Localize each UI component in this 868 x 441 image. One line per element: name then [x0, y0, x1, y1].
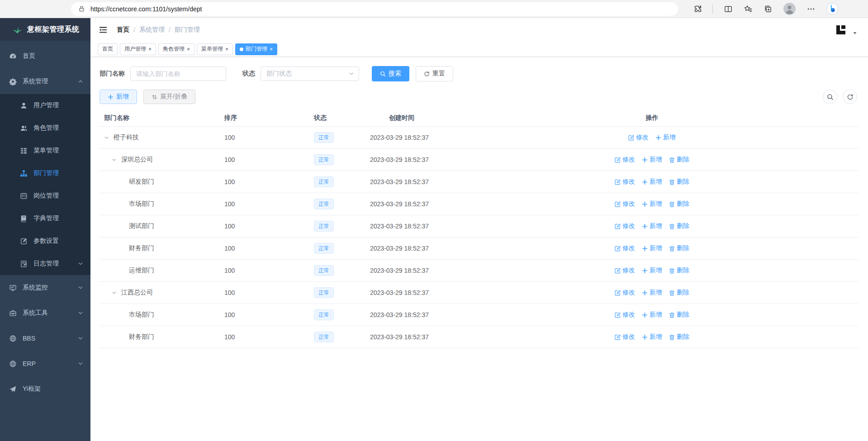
op-link[interactable]: 修改	[615, 289, 635, 297]
book-icon	[20, 215, 28, 223]
op-link[interactable]: 新增	[642, 333, 662, 341]
op-link[interactable]: 修改	[615, 178, 635, 186]
status-label: 状态	[242, 70, 255, 78]
dept-name: 橙子科技	[114, 133, 139, 142]
chevron-down-icon[interactable]	[104, 135, 109, 140]
sidebar-item[interactable]: 菜单管理	[0, 139, 90, 162]
op-link[interactable]: 删除	[669, 178, 689, 186]
close-icon[interactable]: ×	[148, 47, 152, 52]
collections-icon[interactable]	[764, 5, 773, 14]
created-cell: 2023-03-29 18:52:37	[367, 156, 508, 163]
sidebar-item[interactable]: 首页	[0, 43, 90, 69]
extensions-icon[interactable]	[693, 5, 702, 14]
sort-cell: 100	[222, 311, 311, 318]
op-link[interactable]: 新增	[642, 200, 662, 208]
fold-menu-icon[interactable]	[99, 25, 108, 34]
status-select[interactable]: 部门状态	[261, 66, 359, 81]
op-link[interactable]: 新增	[655, 133, 676, 142]
more-icon[interactable]	[806, 5, 816, 14]
op-link[interactable]: 修改	[615, 311, 635, 319]
col-header-created: 创建时间	[367, 114, 508, 122]
sidebar-item[interactable]: 部门管理	[0, 162, 90, 185]
sidebar-item[interactable]: 角色管理	[0, 117, 90, 139]
browser-toolbar	[693, 3, 839, 15]
profile-icon[interactable]	[783, 3, 796, 15]
sidebar-item[interactable]: 系统管理	[0, 69, 90, 94]
breadcrumb-separator: /	[169, 26, 171, 33]
tree-indent	[119, 179, 129, 185]
op-link[interactable]: 新增	[642, 311, 662, 319]
sidebar-item[interactable]: 用户管理	[0, 94, 90, 117]
reset-button[interactable]: 重置	[416, 66, 453, 81]
op-link[interactable]: 删除	[669, 156, 689, 164]
breadcrumb-item[interactable]: 部门管理	[175, 26, 200, 34]
sidebar-item[interactable]: BBS	[0, 326, 90, 351]
sidebar-item[interactable]: 系统监控	[0, 275, 90, 300]
op-link[interactable]: 新增	[642, 178, 662, 186]
split-screen-icon[interactable]	[724, 5, 733, 14]
close-icon[interactable]: ×	[270, 47, 273, 52]
plus-icon	[108, 94, 114, 100]
op-link[interactable]: 删除	[669, 266, 689, 275]
sidebar-item[interactable]: 字典管理	[0, 207, 90, 230]
op-link[interactable]: 修改	[615, 156, 635, 164]
close-icon[interactable]: ×	[187, 47, 190, 52]
url-text[interactable]: https://ccnetcore.com:1101/system/dept	[90, 5, 617, 13]
sidebar-item[interactable]: 日志管理	[0, 252, 90, 275]
tab-label: 首页	[102, 45, 113, 53]
caret-down-icon[interactable]	[853, 31, 857, 35]
expand-collapse-button[interactable]: 展开/折叠	[143, 90, 195, 104]
paper-plane-icon	[9, 385, 17, 393]
dept-name-cell: 橙子科技	[100, 133, 222, 142]
dept-table: 部门名称 排序 状态 创建时间 操作 橙子科技 100 正常	[100, 109, 859, 348]
op-link[interactable]: 新增	[642, 266, 662, 275]
breadcrumb-item[interactable]: 系统管理	[139, 26, 165, 34]
chevron-down-icon[interactable]	[112, 290, 117, 295]
view-tab[interactable]: 菜单管理 ×	[197, 43, 233, 55]
op-link[interactable]: 删除	[669, 333, 689, 341]
sidebar-item[interactable]: 系统工具	[0, 300, 90, 326]
op-link[interactable]: 删除	[669, 244, 689, 252]
add-button[interactable]: 新增	[100, 90, 137, 104]
view-tab[interactable]: 用户管理 ×	[120, 43, 156, 55]
view-tab[interactable]: 部门管理 ×	[235, 43, 277, 55]
breadcrumb-item[interactable]: 首页	[117, 26, 129, 34]
lock-icon[interactable]	[78, 5, 85, 12]
op-link[interactable]: 修改	[615, 266, 635, 275]
op-link[interactable]: 新增	[642, 244, 662, 252]
copilot-icon[interactable]	[826, 3, 839, 15]
op-link[interactable]: 修改	[615, 333, 635, 341]
op-link[interactable]: 新增	[642, 222, 662, 230]
op-link[interactable]: 删除	[669, 311, 689, 319]
dept-name: 市场部门	[129, 311, 154, 319]
op-link[interactable]: 新增	[642, 156, 662, 164]
address-bar[interactable]: https://ccnetcore.com:1101/system/dept	[71, 2, 678, 16]
op-link[interactable]: 新增	[642, 289, 662, 297]
op-link[interactable]: 修改	[615, 200, 635, 208]
view-tab[interactable]: 角色管理 ×	[158, 43, 194, 55]
op-link[interactable]: 删除	[669, 200, 689, 208]
trash-icon	[669, 179, 675, 185]
app-logo[interactable]: 意框架管理系统	[0, 18, 90, 41]
op-link[interactable]: 修改	[615, 244, 635, 252]
chevron-down-icon[interactable]	[112, 157, 117, 162]
close-icon[interactable]: ×	[225, 47, 228, 52]
sidebar-item[interactable]: 参数设置	[0, 230, 90, 252]
status-badge: 正常	[314, 309, 334, 320]
search-button[interactable]: 搜索	[372, 66, 409, 81]
favorites-icon[interactable]	[744, 5, 753, 14]
show-search-button[interactable]	[823, 90, 837, 104]
refresh-table-button[interactable]	[843, 90, 857, 104]
sidebar-item[interactable]: ERP	[0, 351, 90, 376]
op-link[interactable]: 修改	[628, 133, 649, 142]
view-tab[interactable]: 首页	[98, 43, 118, 55]
sidebar-item[interactable]: 岗位管理	[0, 185, 90, 207]
user-avatar[interactable]	[835, 24, 847, 36]
op-link[interactable]: 修改	[615, 222, 635, 230]
sidebar-item[interactable]: Yi框架	[0, 376, 90, 402]
op-link[interactable]: 删除	[669, 289, 689, 297]
op-link[interactable]: 删除	[669, 222, 689, 230]
sidebar-item-label: 系统工具	[23, 309, 48, 317]
sort-cell: 100	[222, 333, 311, 341]
dept-name-input[interactable]	[130, 66, 226, 81]
